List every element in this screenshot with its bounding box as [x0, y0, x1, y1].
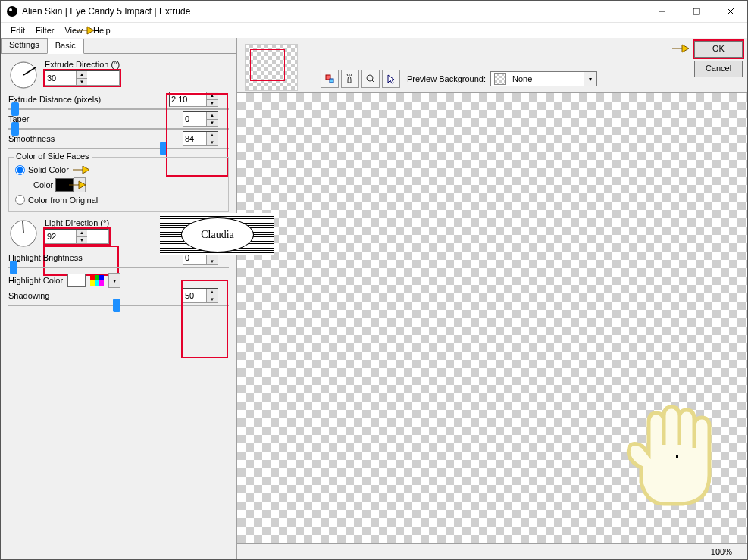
- svg-line-11: [372, 80, 375, 83]
- spin-down-icon[interactable]: ▼: [77, 79, 87, 86]
- extrude-distance-spinner[interactable]: ▲▼: [169, 92, 218, 107]
- extrude-direction-dial[interactable]: [8, 60, 39, 90]
- rainbow-icon[interactable]: [90, 275, 104, 286]
- shadowing-slider[interactable]: [8, 305, 229, 306]
- menu-filter[interactable]: Filter: [30, 24, 59, 36]
- color-from-original-label: Color from Original: [28, 196, 98, 205]
- pointer-hand-icon: [72, 164, 90, 175]
- color-side-faces-label: Color of Side Faces: [14, 152, 92, 161]
- menu-view[interactable]: View: [59, 24, 88, 36]
- tab-settings[interactable]: Settings: [1, 38, 48, 53]
- svg-rect-9: [330, 79, 333, 83]
- tabs: Settings Basic: [1, 38, 236, 54]
- zoom-tool-button[interactable]: [361, 70, 380, 88]
- svg-point-10: [367, 75, 373, 81]
- highlight-color-label: Highlight Color: [8, 276, 63, 285]
- menu-edit[interactable]: Edit: [5, 24, 30, 36]
- settings-panel: Settings Basic Claudia Extrude Direction…: [1, 38, 237, 559]
- svg-rect-1: [693, 8, 699, 14]
- light-direction-dial[interactable]: [8, 218, 39, 249]
- watermark-text: Claudia: [181, 217, 254, 252]
- shadowing-input[interactable]: [183, 289, 206, 302]
- menubar: Edit Filter View Help: [1, 23, 747, 38]
- slider-thumb[interactable]: [113, 299, 120, 312]
- reset-view-button[interactable]: [321, 70, 339, 88]
- extrude-direction-label: Extrude Direction (°): [45, 60, 120, 69]
- light-direction-spinner[interactable]: ▲▼: [45, 229, 109, 244]
- extrude-distance-input[interactable]: [170, 92, 206, 106]
- svg-rect-12: [676, 455, 678, 458]
- maximize-button[interactable]: [679, 1, 713, 22]
- spin-up-icon[interactable]: ▲: [77, 71, 87, 79]
- color-side-faces-group: Color of Side Faces Solid Color Color ▼: [8, 157, 229, 212]
- highlight-color-dropdown[interactable]: ▼: [108, 273, 120, 288]
- light-direction-input[interactable]: [45, 230, 76, 243]
- navigator-thumbnail[interactable]: [245, 44, 298, 91]
- statusbar: 100%: [237, 543, 747, 559]
- preview-area[interactable]: [237, 93, 747, 543]
- preview-background-count-label: Preview Background:: [407, 74, 486, 83]
- preview-panel: Preview Background: None ▾ OK Cancel: [237, 38, 747, 559]
- extrude-direction-spinner[interactable]: ▲▼: [45, 70, 120, 86]
- preview-background-combo[interactable]: None ▾: [490, 71, 597, 86]
- color-from-original-radio[interactable]: [15, 195, 25, 205]
- svg-line-7: [23, 221, 23, 233]
- pointer-tool-button[interactable]: [382, 70, 400, 88]
- color-swatch[interactable]: [55, 178, 74, 192]
- color-label: Color: [33, 180, 53, 189]
- smoothness-slider[interactable]: [8, 148, 229, 149]
- smoothness-spinner[interactable]: ▲▼: [183, 131, 218, 146]
- pointer-hand-icon: [671, 43, 690, 54]
- cancel-button[interactable]: Cancel: [694, 61, 743, 77]
- hand-cursor-graphic: [611, 399, 732, 513]
- tab-basic[interactable]: Basic: [47, 39, 84, 54]
- slider-thumb[interactable]: [160, 142, 167, 155]
- checker-icon: [494, 73, 506, 85]
- watermark: Claudia: [160, 213, 274, 255]
- taper-spinner[interactable]: ▲▼: [183, 111, 218, 127]
- light-direction-label: Light Direction (°): [45, 218, 109, 227]
- navigator-viewport[interactable]: [250, 49, 285, 81]
- ok-button[interactable]: OK: [694, 41, 743, 58]
- solid-color-radio[interactable]: [15, 165, 25, 175]
- shadowing-spinner[interactable]: ▲▼: [183, 288, 218, 303]
- highlight-color-swatch[interactable]: [67, 274, 86, 287]
- taper-slider[interactable]: [8, 128, 229, 130]
- close-button[interactable]: [713, 1, 747, 22]
- chevron-down-icon[interactable]: ▾: [584, 72, 596, 86]
- highlight-brightness-slider[interactable]: [8, 267, 229, 268]
- app-icon: [7, 6, 17, 17]
- menu-help[interactable]: Help: [88, 24, 116, 36]
- extrude-distance-slider[interactable]: [8, 108, 229, 110]
- taper-input[interactable]: [183, 112, 206, 126]
- preview-header: Preview Background: None ▾ OK Cancel: [237, 38, 747, 93]
- zoom-level: 100%: [711, 547, 732, 556]
- minimize-button[interactable]: [645, 1, 679, 22]
- titlebar: Alien Skin | Eye Candy 5 Impact | Extrud…: [1, 1, 747, 23]
- extrude-direction-input[interactable]: [45, 71, 76, 85]
- preview-background-value: None: [509, 74, 584, 83]
- window-title: Alien Skin | Eye Candy 5 Impact | Extrud…: [22, 6, 645, 17]
- hand-tool-button[interactable]: [341, 70, 359, 88]
- smoothness-input[interactable]: [183, 132, 206, 145]
- color-dropdown[interactable]: ▼: [74, 177, 86, 192]
- solid-color-label: Solid Color: [28, 165, 69, 174]
